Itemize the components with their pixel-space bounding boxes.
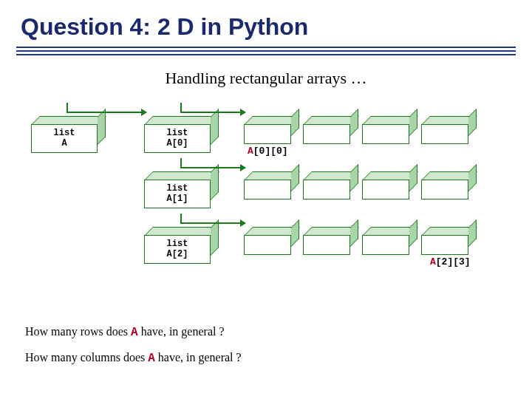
slide-title: Question 4: 2 D in Python (0, 0, 532, 47)
cell (303, 171, 350, 200)
cell (303, 116, 350, 144)
cell (362, 116, 409, 144)
box-list-a1: list A[1] (144, 171, 211, 208)
array-diagram: list A list A[0] list A[1] list A[2] (0, 101, 532, 308)
arrow-a0-to-row (180, 112, 245, 113)
box-list-a-label: list A (31, 124, 98, 153)
cell (421, 116, 468, 144)
cell (421, 171, 468, 200)
cell (421, 227, 468, 255)
annot-a23: A[2][3] (430, 256, 471, 267)
box-list-a2-label: list A[2] (144, 235, 211, 264)
cell (244, 171, 291, 200)
arrow-a2-to-row (180, 222, 245, 224)
subtitle: Handling rectangular arrays … (0, 69, 532, 88)
box-list-a2: list A[2] (144, 227, 211, 264)
arrow-a-to-a0 (66, 112, 146, 113)
question-cols: How many columns does A have, in general… (25, 351, 242, 365)
cell (362, 227, 409, 255)
cell (244, 227, 291, 255)
box-list-a1-label: list A[1] (144, 180, 211, 208)
box-list-a: list A (31, 116, 98, 153)
cell (303, 227, 350, 255)
box-list-a0-label: list A[0] (144, 124, 211, 153)
annot-a00: A[0][0] (248, 146, 288, 157)
cell (362, 171, 409, 200)
arrow-a1-to-row (180, 167, 245, 168)
title-prefix: Question 4 (21, 13, 143, 40)
cell (244, 116, 291, 144)
title-rules (0, 47, 532, 55)
question-rows: How many rows does A have, in general ? (25, 325, 242, 339)
title-rest: : 2 D in Python (143, 13, 308, 40)
box-list-a0: list A[0] (144, 116, 211, 153)
questions: How many rows does A have, in general ? … (25, 325, 242, 377)
